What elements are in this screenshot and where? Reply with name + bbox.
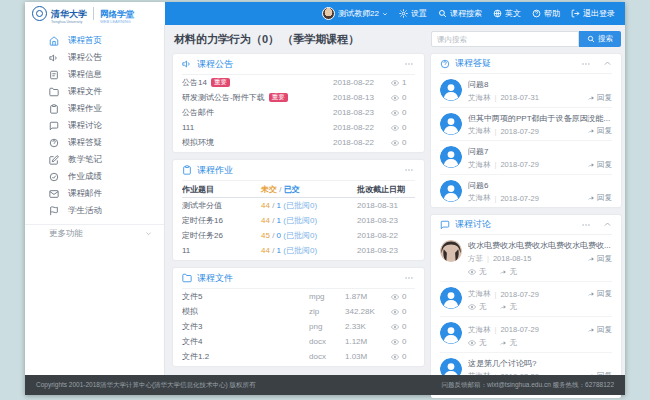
reply-button[interactable]: 回复 (587, 193, 612, 203)
reply-button[interactable]: 回复 (587, 126, 612, 136)
qa-title[interactable]: 问题6 (468, 180, 612, 191)
sidebar-item-notes[interactable]: 教学笔记 (25, 151, 164, 168)
eye-icon (391, 323, 399, 331)
eye-icon (468, 303, 476, 311)
file-type: docx (309, 352, 345, 361)
sidebar-item-announcements[interactable]: 课程公告 (25, 49, 164, 66)
discussion-author: 方菲 (468, 254, 483, 264)
view-count: 0 (402, 337, 406, 346)
card-title: 课程公告 (197, 58, 233, 71)
right-column: 搜索 课程答疑 问题8 艾海林| 2018-07 (431, 25, 625, 375)
view-count: 0 (402, 292, 406, 301)
card-title: 课程答疑 (455, 57, 491, 70)
announcement-title[interactable]: 公告邮件 (182, 108, 214, 117)
announcement-row: 公告14重要 2018-08-22 1 (182, 75, 415, 90)
search-input[interactable] (431, 31, 579, 47)
sidebar-item-discussion[interactable]: 课程讨论 (25, 117, 164, 134)
help-button[interactable]: 帮助 (532, 8, 560, 19)
assignments-table-header: 作业题目 未交 / 已交 批改截止日期 (182, 181, 415, 198)
announcement-title[interactable]: 公告14 (182, 78, 207, 87)
person-avatar-icon (440, 113, 462, 135)
qa-title[interactable]: 但其中两项的PPT都由于设备原因没能... (468, 113, 612, 124)
sidebar-item-course-home[interactable]: 课程首页 (25, 32, 164, 49)
product-name: 网络学堂 (100, 9, 134, 19)
assignment-title[interactable]: 测试非分值 (182, 201, 222, 210)
discussion-title[interactable]: 收水电费收水电费收水电费收水电费收... (468, 240, 612, 251)
qa-item[interactable]: 但其中两项的PPT都由于设备原因没能... 艾海林| 2018-07-29 回复 (440, 108, 612, 142)
top-bar: 清华大学 Tsinghua University 网络学堂 WEB LEARNI… (25, 2, 625, 25)
assignment-title[interactable]: 定时任务26 (182, 231, 223, 240)
announcement-date: 2018-08-13 (333, 93, 391, 102)
chevron-up-icon[interactable] (603, 59, 612, 68)
clipboard-icon (182, 165, 192, 175)
more-menu-icon[interactable] (580, 220, 592, 230)
qa-item[interactable]: 问题7 艾海林| 2018-07-29 回复 (440, 141, 612, 175)
more-menu-icon[interactable] (580, 59, 592, 69)
file-name[interactable]: 文件5 (182, 292, 202, 301)
qa-title[interactable]: 问题7 (468, 146, 612, 157)
folder-icon (182, 273, 192, 283)
assignment-row: 测试非分值 44 / 1 (已批阅0) 2018-08-31 (182, 198, 415, 213)
announcement-title[interactable]: 111 (182, 123, 194, 132)
file-name[interactable]: 文件1.2 (182, 352, 209, 361)
announcement-date: 2018-08-22 (333, 138, 391, 147)
person-avatar-icon (440, 180, 462, 202)
settings-button[interactable]: 设置 (399, 8, 427, 19)
sidebar-item-course-files[interactable]: 课程文件 (25, 83, 164, 100)
university-name: 清华大学 (51, 9, 87, 19)
flag-icon (49, 206, 59, 216)
reply-button[interactable]: 回复 (587, 93, 612, 103)
course-search-button[interactable]: 课程搜索 (438, 8, 482, 19)
chevron-up-icon[interactable] (603, 220, 612, 229)
reply-button[interactable]: 回复 (587, 289, 612, 299)
discussion-item[interactable]: 艾海林| 2018-07-29 回复 无 无 (440, 282, 612, 318)
more-menu-icon[interactable] (403, 273, 415, 283)
sidebar-item-grades[interactable]: 作业成绩 (25, 168, 164, 185)
sidebar-item-student-activity[interactable]: 学生活动 (25, 202, 164, 219)
more-menu-icon[interactable] (403, 165, 415, 175)
assignment-title[interactable]: 定时任务16 (182, 216, 223, 225)
language-button[interactable]: 英文 (493, 8, 521, 19)
file-row: 模拟 zip 342.28K 0 (182, 304, 415, 319)
sidebar-more-functions[interactable]: 更多功能 (25, 224, 164, 242)
discussion-title[interactable]: 这是第几个讨论吗? (468, 358, 612, 369)
sidebar-item-mail[interactable]: 课程邮件 (25, 185, 164, 202)
submitted-count: 0 (277, 231, 281, 240)
reply-button[interactable]: 回复 (587, 160, 612, 170)
announcement-date: 2018-08-22 (333, 78, 391, 87)
qa-item[interactable]: 问题8 艾海林| 2018-07-31 回复 (440, 74, 612, 108)
qa-date: 2018-07-29 (500, 127, 538, 136)
sidebar-item-assignments[interactable]: 课程作业 (25, 100, 164, 117)
qa-title[interactable]: 问题8 (468, 79, 612, 90)
qa-item[interactable]: 问题6 艾海林| 2018-07-29 回复 (440, 175, 612, 208)
reply-arrow-icon (587, 326, 595, 334)
main-content: 材料的力学行为（0） （季学期课程） 课程公告 公告14重要 2018-08-2… (165, 25, 431, 375)
discussion-item[interactable]: 艾海林| 2018-07-29 回复 无 无 (440, 317, 612, 353)
user-menu[interactable]: 测试教师22 (322, 7, 388, 20)
file-row: 文件1.2 docx 1.03M 0 (182, 349, 415, 364)
file-size: 342.28K (345, 307, 391, 316)
unsubmitted-count: 44 (261, 246, 270, 255)
file-name[interactable]: 模拟 (182, 307, 198, 316)
assignment-title[interactable]: 11 (182, 246, 190, 255)
sidebar-item-qa[interactable]: 课程答疑 (25, 134, 164, 151)
search-button[interactable]: 搜索 (579, 31, 621, 47)
file-name[interactable]: 文件3 (182, 322, 202, 331)
photo-avatar (440, 240, 462, 262)
assignments-card: 课程作业 作业题目 未交 / 已交 批改截止日期 测试非分值 44 / 1 (已… (173, 160, 424, 260)
submitted-count: 1 (277, 246, 281, 255)
logout-label: 退出登录 (583, 8, 615, 19)
card-title: 课程作业 (197, 164, 233, 177)
file-name[interactable]: 文件4 (182, 337, 202, 346)
help-icon (532, 9, 541, 18)
sidebar-item-course-info[interactable]: 课程信息 (25, 66, 164, 83)
brand-logo: 清华大学 Tsinghua University 网络学堂 WEB LEARNI… (25, 2, 165, 25)
reply-button[interactable]: 回复 (587, 254, 612, 264)
announcement-title[interactable]: 模拟环境 (182, 138, 214, 147)
more-menu-icon[interactable] (403, 59, 415, 69)
col-deadline: 批改截止日期 (357, 184, 415, 195)
logout-button[interactable]: 退出登录 (571, 8, 615, 19)
reply-button[interactable]: 回复 (587, 325, 612, 335)
discussion-item[interactable]: 收水电费收水电费收水电费收水电费收... 方菲| 2018-08-15 回复 无… (440, 235, 612, 282)
announcement-title[interactable]: 研发测试公告-附件下载 (182, 93, 265, 102)
